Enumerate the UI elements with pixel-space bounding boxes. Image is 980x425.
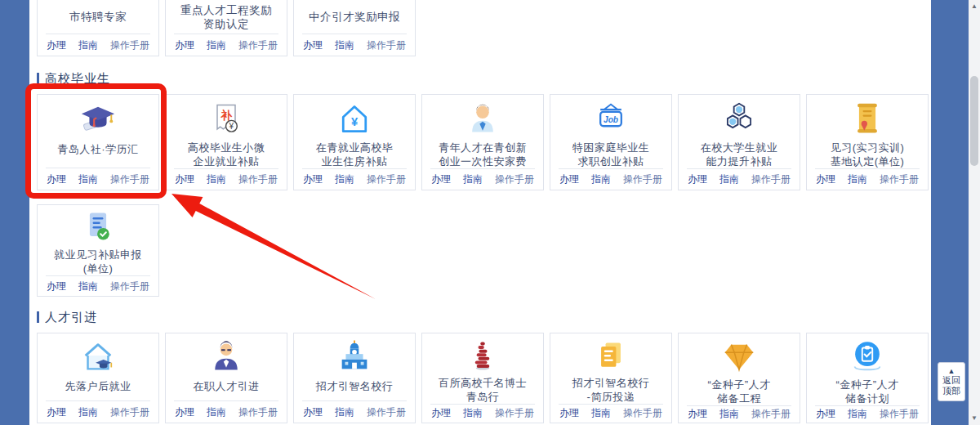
- service-card-title: 先落户后就业: [38, 379, 158, 393]
- card-link-manual[interactable]: 操作手册: [623, 406, 662, 420]
- service-card-title: 中介引才奖励申报: [294, 0, 415, 34]
- certificate-scroll-icon: [807, 101, 928, 138]
- service-card[interactable]: “金种子”人才 储备工程办理指南操作手册: [678, 333, 800, 423]
- card-link-guide[interactable]: 指南: [335, 405, 354, 419]
- card-link-guide[interactable]: 指南: [463, 172, 483, 186]
- card-links: 办理指南操作手册: [38, 401, 158, 423]
- service-card[interactable]: ¥在青就业高校毕 业生住房补贴办理指南操作手册: [293, 94, 416, 190]
- card-link-manual[interactable]: 操作手册: [751, 172, 791, 186]
- service-card-title: 市特聘专家: [38, 0, 158, 34]
- card-link-handle[interactable]: 办理: [47, 280, 66, 293]
- card-spacer: [294, 393, 415, 400]
- graduates-cards-row-1: 青岛人社·学历汇办理指南操作手册补¥高校毕业生小微 企业就业补贴办理指南操作手册…: [37, 94, 929, 190]
- card-links: 办理指南操作手册: [807, 406, 928, 423]
- service-card[interactable]: 就业见习补贴申报 (单位)办理指南操作手册: [37, 204, 159, 297]
- card-link-guide[interactable]: 指南: [848, 407, 867, 421]
- card-links: 办理指南操作手册: [422, 405, 543, 423]
- card-link-manual[interactable]: 操作手册: [495, 172, 534, 186]
- back-to-top-button[interactable]: ▲ 返回 顶部: [938, 362, 965, 401]
- card-link-manual[interactable]: 操作手册: [751, 407, 791, 421]
- card-link-guide[interactable]: 指南: [207, 38, 226, 52]
- service-card[interactable]: 市特聘专家办理指南操作手册: [37, 0, 159, 56]
- card-link-guide[interactable]: 指南: [78, 405, 98, 419]
- card-link-handle[interactable]: 办理: [816, 407, 835, 421]
- card-link-manual[interactable]: 操作手册: [495, 406, 534, 420]
- card-link-handle[interactable]: 办理: [175, 38, 194, 52]
- card-link-handle[interactable]: 办理: [688, 407, 707, 421]
- service-card[interactable]: 百所高校千名博士 青岛行办理指南操作手册: [421, 333, 544, 423]
- card-link-handle[interactable]: 办理: [47, 38, 66, 52]
- service-card-title: 百所高校千名博士 青岛行: [422, 376, 543, 404]
- card-link-guide[interactable]: 指南: [463, 406, 483, 420]
- page: 市特聘专家办理指南操作手册重点人才工程奖励 资助认定办理指南操作手册中介引才奖励…: [0, 0, 980, 425]
- card-link-manual[interactable]: 操作手册: [110, 280, 149, 293]
- card-links: 办理指南操作手册: [166, 34, 287, 56]
- card-link-guide[interactable]: 指南: [207, 405, 226, 419]
- card-link-handle[interactable]: 办理: [175, 405, 194, 419]
- card-link-manual[interactable]: 操作手册: [238, 38, 278, 52]
- section-title-talent: 人才引进: [45, 310, 97, 325]
- card-link-manual[interactable]: 操作手册: [880, 172, 919, 186]
- scrollbar[interactable]: ▲ ▼: [969, 0, 980, 425]
- card-links: 办理指南操作手册: [38, 34, 158, 56]
- left-margin-band: [0, 0, 29, 425]
- service-card[interactable]: 先落户后就业办理指南操作手册: [37, 333, 159, 423]
- right-margin-band: [931, 0, 969, 425]
- card-link-guide[interactable]: 指南: [591, 406, 611, 420]
- card-link-guide[interactable]: 指南: [848, 172, 867, 186]
- card-link-handle[interactable]: 办理: [431, 172, 451, 186]
- school-building-icon: [294, 338, 415, 377]
- card-link-manual[interactable]: 操作手册: [110, 405, 149, 419]
- back-to-top-label-1: 返回: [942, 375, 960, 386]
- card-link-manual[interactable]: 操作手册: [623, 172, 662, 186]
- card-links: 办理指南操作手册: [679, 406, 800, 423]
- top-cards-row: 市特聘专家办理指南操作手册重点人才工程奖励 资助认定办理指南操作手册中介引才奖励…: [37, 0, 416, 56]
- service-card[interactable]: 招才引智名校行 -简历投递办理指南操作手册: [550, 333, 672, 423]
- card-links: 办理指南操作手册: [294, 401, 415, 423]
- card-link-handle[interactable]: 办理: [303, 38, 323, 52]
- service-card[interactable]: 青年人才在青创新 创业一次性安家费办理指南操作手册: [421, 94, 544, 190]
- card-spacer: [166, 393, 287, 400]
- service-card[interactable]: 重点人才工程奖励 资助认定办理指南操作手册: [165, 0, 287, 56]
- card-link-handle[interactable]: 办理: [303, 405, 323, 419]
- service-card-title: 在校大学生就业 能力提升补贴: [679, 141, 800, 168]
- card-link-handle[interactable]: 办理: [559, 406, 579, 420]
- service-card[interactable]: “金种子”人才 储备计划办理指南操作手册: [806, 333, 929, 423]
- card-link-manual[interactable]: 操作手册: [880, 407, 919, 421]
- card-link-guide[interactable]: 指南: [335, 38, 354, 52]
- card-link-handle[interactable]: 办理: [47, 405, 66, 419]
- card-link-handle[interactable]: 办理: [431, 406, 451, 420]
- service-card[interactable]: 招才引智名校行办理指南操作手册: [293, 333, 416, 423]
- service-card[interactable]: 见习(实习实训) 基地认定(单位)办理指南操作手册: [806, 94, 929, 190]
- scrollbar-up-icon[interactable]: ▲: [969, 2, 980, 11]
- card-link-handle[interactable]: 办理: [688, 172, 707, 186]
- card-link-manual[interactable]: 操作手册: [367, 405, 406, 419]
- service-card-title: 重点人才工程奖励 资助认定: [166, 0, 287, 34]
- service-card-title: 青年人才在青创新 创业一次性安家费: [422, 141, 543, 168]
- service-card-title: 在青就业高校毕 业生住房补贴: [294, 141, 415, 168]
- service-card[interactable]: 在校大学生就业 能力提升补贴办理指南操作手册: [678, 94, 800, 190]
- job-sign-icon: Job: [550, 101, 671, 138]
- svg-text:¥: ¥: [351, 115, 359, 128]
- highlight-arrow-icon: [155, 184, 392, 311]
- card-link-guide[interactable]: 指南: [78, 38, 98, 52]
- card-link-guide[interactable]: 指南: [591, 172, 611, 186]
- card-link-manual[interactable]: 操作手册: [110, 38, 149, 52]
- card-link-handle[interactable]: 办理: [816, 172, 835, 186]
- service-card-title: 高校毕业生小微 企业就业补贴: [166, 141, 287, 168]
- scrollbar-thumb[interactable]: [970, 76, 978, 166]
- card-links: 办理指南操作手册: [550, 169, 671, 190]
- service-card[interactable]: Job特困家庭毕业生 求职创业补贴办理指南操作手册: [550, 94, 672, 190]
- card-link-handle[interactable]: 办理: [559, 172, 579, 186]
- card-link-guide[interactable]: 指南: [719, 172, 739, 186]
- card-link-manual[interactable]: 操作手册: [367, 38, 406, 52]
- card-link-manual[interactable]: 操作手册: [238, 405, 278, 419]
- card-link-guide[interactable]: 指南: [78, 280, 98, 293]
- scrollbar-down-icon[interactable]: ▼: [969, 414, 980, 423]
- card-spacer: [38, 393, 158, 400]
- service-card[interactable]: 补¥高校毕业生小微 企业就业补贴办理指南操作手册: [165, 94, 287, 190]
- service-card[interactable]: 中介引才奖励申报办理指南操作手册: [293, 0, 416, 56]
- card-link-guide[interactable]: 指南: [719, 407, 739, 421]
- service-card-title: 就业见习补贴申报 (单位): [38, 248, 158, 275]
- service-card[interactable]: 在职人才引进办理指南操作手册: [165, 333, 287, 423]
